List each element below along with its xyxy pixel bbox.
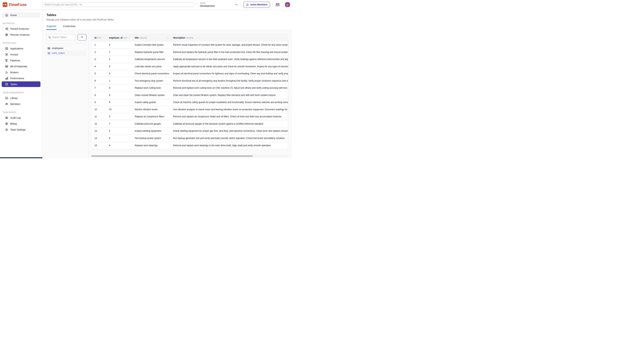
scrollbar-thumb[interactable] <box>91 155 253 157</box>
cell-description: Perform visual inspection of conveyor be… <box>170 41 288 49</box>
table-row[interactable]: 54Check electrical panel connectionsInsp… <box>92 70 288 77</box>
page-subtitle: Manage your Database tables all in one p… <box>46 18 292 21</box>
cell-description: Remove and replace worn bearings in the … <box>170 142 288 149</box>
sidebar-item-applications[interactable]: Applications <box>2 46 40 51</box>
cell-id: 15 <box>92 142 106 149</box>
table-row[interactable]: 154Replace worn bearingsRemove and repla… <box>92 142 288 149</box>
cell-employee_id: 3 <box>106 113 132 120</box>
topbar-right: TEAM: Development Invite Members <box>197 2 290 8</box>
cell-description: Remove and replace worn cutting tools on… <box>170 84 288 92</box>
table-row[interactable]: 78Replace worn cutting toolsRemove and r… <box>92 84 288 92</box>
tab-bar: Explorer Credentials <box>42 25 292 30</box>
chevron-down-icon[interactable] <box>235 3 238 6</box>
cell-employee_id: 3 <box>106 41 132 49</box>
column-header-id[interactable]: idint4 ↑↓ <box>92 34 106 41</box>
cell-title: Monitor vibration levels <box>132 106 170 113</box>
tab-explorer[interactable]: Explorer <box>46 25 56 30</box>
users-icon <box>5 102 8 106</box>
sidebar-item-home[interactable]: Home <box>2 12 40 18</box>
team-selector[interactable]: TEAM: Development <box>200 2 238 7</box>
cell-title: Inspect welding equipment <box>132 127 170 135</box>
table-list-item-work-orders[interactable]: work_orders <box>46 51 86 55</box>
cell-employee_id: 2 <box>106 56 132 63</box>
table-row[interactable]: 149Test backup power systemRun backup ge… <box>92 135 288 142</box>
cell-description: Remove and replace the hydraulic pump fi… <box>170 49 288 56</box>
sidebar-item-bill-of-materials[interactable]: Bill Of Materials <box>2 63 40 69</box>
sidebar-item-label: Bill Of Materials <box>10 65 27 68</box>
audit-log-icon <box>5 116 8 119</box>
search-tables-input[interactable] <box>52 36 74 38</box>
column-header-employee-id[interactable]: employee_idint4 ↑↓ <box>106 34 132 41</box>
sidebar-item-performance[interactable]: Performance <box>2 75 40 81</box>
table-name: employees <box>52 47 63 49</box>
sort-icon[interactable]: ↑↓ <box>103 37 104 39</box>
gear-icon <box>5 128 8 131</box>
cell-title: Replace hydraulic pump filter <box>132 49 170 56</box>
sidebar-item-pipelines[interactable]: Pipelines <box>2 57 40 63</box>
sidebar-item-remote-instances[interactable]: Remote Instances <box>2 32 40 37</box>
invite-members-button[interactable]: Invite Members <box>243 2 270 8</box>
flowfuse-logo[interactable]: FlowFuse <box>2 2 42 7</box>
cell-description: Calibrate all temperature sensors in the… <box>170 56 288 63</box>
main-content: Tables Manage your Database tables all i… <box>42 9 292 158</box>
sidebar-item-tables[interactable]: Tables <box>2 81 40 87</box>
sort-icon[interactable]: ↑↓ <box>128 37 130 39</box>
column-header-title[interactable]: titlevarchar ↑↓ <box>132 34 170 41</box>
top-bar: FlowFuse TEAM: Development <box>0 0 292 9</box>
invite-members-label: Invite Members <box>250 3 268 6</box>
table-row[interactable]: 127Calibrate pressure gaugesCalibrate al… <box>92 120 288 128</box>
hosted-instances-icon <box>5 27 8 30</box>
sidebar-item-hosted-instances[interactable]: Hosted Instances <box>2 26 40 31</box>
sidebar-item-label: Audit Log <box>10 116 20 119</box>
table-row[interactable]: 49Lubricate robotic arm jointsApply appr… <box>92 63 288 70</box>
sidebar-item-library[interactable]: Library <box>2 95 40 101</box>
cell-employee_id: 7 <box>106 120 132 128</box>
column-header-description[interactable]: descriptionvarchar <box>170 34 288 41</box>
cell-id: 4 <box>92 63 106 70</box>
sidebar-item-team-settings[interactable]: Team Settings <box>2 127 40 132</box>
table-row[interactable]: 113Replace air compressor filtersRemove … <box>92 113 288 120</box>
cell-title: Check electrical panel connections <box>132 70 170 77</box>
table-icon <box>48 47 50 50</box>
table-row[interactable]: 61Test emergency stop systemPerform func… <box>92 77 288 84</box>
team-label: TEAM: <box>200 2 215 4</box>
sidebar-item-billing[interactable]: Billing <box>2 121 40 126</box>
performance-icon <box>5 77 8 80</box>
avatar[interactable]: jp <box>285 2 290 7</box>
table-icon <box>48 52 50 54</box>
explorer-workspace: + employees work_orders <box>42 30 292 158</box>
add-table-button[interactable]: + <box>78 34 86 40</box>
database-icon <box>5 83 8 86</box>
cell-employee_id: 9 <box>106 63 132 70</box>
table-row[interactable]: 96Inspect safety guardsCheck all machine… <box>92 99 288 106</box>
cell-id: 13 <box>92 127 106 135</box>
tab-credentials[interactable]: Credentials <box>62 25 76 30</box>
sidebar-bottom-strip <box>0 157 42 158</box>
sidebar-item-label: Library <box>10 97 18 99</box>
table-row[interactable]: 27Replace hydraulic pump filterRemove an… <box>92 49 288 56</box>
cell-title: Calibrate temperature sensors <box>132 56 170 63</box>
sort-icon[interactable]: ↑↓ <box>167 37 168 39</box>
mail-button[interactable] <box>276 2 280 7</box>
table-list-item-employees[interactable]: employees <box>46 46 86 51</box>
table-row[interactable]: 13Inspect conveyor belt systemPerform vi… <box>92 41 288 49</box>
cell-description: Perform functional test of all emergency… <box>170 77 288 84</box>
table-row[interactable]: 132Inspect welding equipmentCheck weldin… <box>92 127 288 135</box>
sidebar-item-audit-log[interactable]: Audit Log <box>2 115 40 120</box>
search-tables-box[interactable] <box>46 34 76 40</box>
plus-icon: + <box>81 35 83 39</box>
billing-icon <box>5 122 8 125</box>
grid-area: idint4 ↑↓ employee_idint4 ↑↓ <box>89 30 292 158</box>
sidebar-item-brokers[interactable]: Brokers <box>2 69 40 75</box>
applications-icon <box>5 47 8 50</box>
table-row[interactable]: 1010Monitor vibration levelsUse vibratio… <box>92 106 288 113</box>
sidebar-item-groups[interactable]: Groups <box>2 51 40 57</box>
sidebar-item-label: Applications <box>10 47 23 50</box>
global-search-input[interactable] <box>44 3 192 6</box>
logo-text: FlowFuse <box>9 2 26 7</box>
sidebar-item-members[interactable]: Members <box>2 101 40 107</box>
table-row[interactable]: 85Clean coolant filtration systemDrain a… <box>92 92 288 99</box>
global-search[interactable] <box>42 2 194 7</box>
horizontal-scrollbar[interactable] <box>91 155 288 157</box>
table-row[interactable]: 32Calibrate temperature sensorsCalibrate… <box>92 56 288 63</box>
